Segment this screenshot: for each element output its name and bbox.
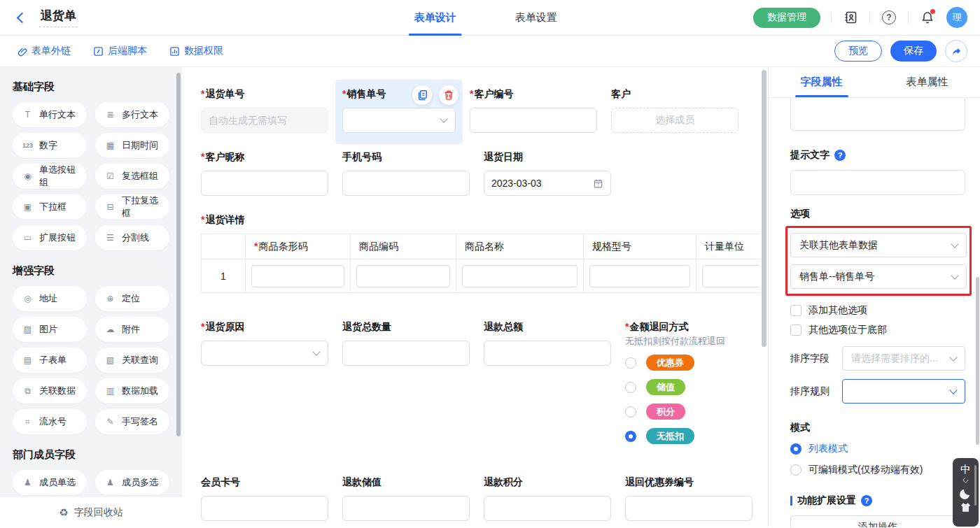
delete-field-button[interactable] bbox=[439, 85, 458, 105]
language-toggle[interactable]: 中 bbox=[960, 464, 971, 474]
back-button[interactable] bbox=[14, 10, 29, 25]
field-type-item[interactable]: ▧关联查询 bbox=[95, 348, 169, 373]
field-type-item[interactable]: ♟成员多选 bbox=[95, 470, 169, 495]
option-source-select[interactable]: 关联其他表单数据 bbox=[790, 233, 967, 257]
field-mobile[interactable]: 手机号码 bbox=[342, 151, 470, 196]
canvas-scrollbar[interactable] bbox=[762, 70, 766, 347]
add-other-option-checkbox-row[interactable]: 添加其他选项 bbox=[790, 304, 965, 317]
notification-bell-icon[interactable] bbox=[919, 9, 936, 26]
radio-icon[interactable] bbox=[625, 357, 636, 369]
return-coupon-no-input[interactable] bbox=[625, 496, 752, 521]
field-total-refund[interactable]: 退款总额 bbox=[484, 321, 611, 366]
field-type-item[interactable]: ▭扩展按钮 bbox=[13, 225, 87, 250]
add-action-button[interactable]: 添加操作 bbox=[790, 515, 965, 527]
field-customer-nickname[interactable]: *客户昵称 bbox=[201, 151, 328, 196]
contacts-book-icon[interactable] bbox=[842, 9, 859, 26]
refund-points-input[interactable] bbox=[484, 496, 611, 521]
backend-script-link[interactable]: 后端脚本 bbox=[93, 45, 147, 57]
field-type-item[interactable]: ▥数据加载 bbox=[95, 378, 169, 404]
field-return-reason[interactable]: *退货原因 bbox=[201, 321, 328, 366]
field-name-input[interactable] bbox=[790, 99, 965, 131]
product-name-cell-input[interactable] bbox=[462, 265, 578, 287]
sidebar-scrollbar[interactable] bbox=[176, 73, 181, 436]
field-customer-no[interactable]: *客户编号 bbox=[470, 88, 597, 133]
panel-scrollbar[interactable] bbox=[976, 277, 979, 445]
field-return-date[interactable]: 退货日期 2023-03-03 7 bbox=[484, 151, 611, 196]
field-type-item[interactable]: ▣下拉框 bbox=[13, 194, 87, 220]
field-type-item[interactable]: ☁附件 bbox=[95, 317, 169, 342]
refund-option-points[interactable]: 积分 bbox=[625, 404, 752, 420]
tab-form-settings[interactable]: 表单设置 bbox=[512, 0, 560, 36]
radio-icon[interactable] bbox=[625, 382, 636, 393]
other-option-bottom-checkbox-row[interactable]: 其他选项位于底部 bbox=[790, 324, 965, 336]
copy-field-button[interactable] bbox=[412, 85, 432, 105]
help-icon[interactable]: ? bbox=[881, 9, 897, 26]
page-title[interactable]: 退货单 bbox=[39, 8, 78, 27]
radio-selected-icon[interactable] bbox=[625, 431, 636, 442]
tab-field-properties[interactable]: 字段属性 bbox=[769, 67, 874, 97]
share-button[interactable] bbox=[945, 40, 967, 62]
hint-text-input[interactable] bbox=[790, 170, 965, 195]
field-return-coupon-no[interactable]: 退回优惠券编号 bbox=[625, 476, 752, 521]
refund-option-coupon[interactable]: 优惠券 bbox=[625, 355, 752, 371]
field-total-quantity[interactable]: 退货总数量 bbox=[342, 321, 470, 366]
tab-form-design[interactable]: 表单设计 bbox=[412, 0, 459, 36]
field-type-item[interactable]: 123数字 bbox=[13, 133, 87, 158]
spec-model-cell-input[interactable] bbox=[589, 265, 690, 287]
member-card-no-input[interactable] bbox=[201, 496, 328, 521]
field-type-item[interactable]: ▦日期时间 bbox=[95, 133, 169, 158]
help-icon[interactable]: ? bbox=[834, 150, 846, 161]
field-refund-stored-value[interactable]: 退款储值 bbox=[342, 476, 470, 521]
field-refund-points[interactable]: 退款积分 bbox=[484, 476, 611, 521]
avatar[interactable]: 理 bbox=[946, 7, 967, 28]
select-member-button[interactable]: 选择成员 bbox=[611, 108, 738, 133]
theme-skin-toggle[interactable] bbox=[960, 502, 972, 513]
preview-button[interactable]: 预览 bbox=[834, 41, 882, 62]
unit-cell-input[interactable] bbox=[702, 265, 760, 287]
radio-icon[interactable] bbox=[790, 464, 802, 476]
checkbox-icon[interactable] bbox=[790, 305, 802, 316]
refund-option-stored-value[interactable]: 储值 bbox=[625, 379, 752, 395]
mobile-input[interactable] bbox=[342, 171, 470, 196]
refund-option-no-deduction[interactable]: 无抵扣 bbox=[625, 428, 752, 444]
field-member-card-no[interactable]: 会员卡号 bbox=[201, 476, 328, 521]
total-quantity-input[interactable] bbox=[342, 341, 470, 366]
data-manage-button[interactable]: 数据管理 bbox=[753, 8, 820, 28]
customer-nickname-input[interactable] bbox=[201, 171, 328, 196]
field-refund-method[interactable]: *金额退回方式 无抵扣则按付款流程退回 优惠券 储值 积分 bbox=[625, 321, 752, 452]
radio-selected-icon[interactable] bbox=[790, 443, 802, 455]
data-permission-link[interactable]: 数据权限 bbox=[169, 45, 223, 57]
field-type-item[interactable]: ⊟下拉复选框 bbox=[95, 194, 169, 220]
customer-no-input[interactable] bbox=[470, 108, 597, 133]
field-type-item[interactable]: ▨图片 bbox=[13, 317, 87, 342]
form-external-link[interactable]: 表单外链 bbox=[17, 45, 71, 57]
field-customer[interactable]: 客户 选择成员 bbox=[611, 88, 738, 133]
field-type-item[interactable]: ▤子表单 bbox=[13, 348, 87, 373]
field-type-item[interactable]: ♟成员单选 bbox=[13, 470, 87, 495]
product-code-cell-input[interactable] bbox=[356, 265, 450, 287]
save-button[interactable]: 保存 bbox=[890, 41, 937, 62]
sort-rule-select[interactable] bbox=[842, 379, 965, 404]
field-type-item[interactable]: ◉单选按钮组 bbox=[13, 164, 87, 189]
sort-field-select[interactable]: 请选择需要排序的... bbox=[842, 346, 965, 371]
help-icon[interactable]: ? bbox=[861, 495, 872, 506]
mode-editable-radio-row[interactable]: 可编辑模式(仅移动端有效) bbox=[790, 464, 965, 476]
tab-form-properties[interactable]: 表单属性 bbox=[874, 67, 980, 97]
field-type-item[interactable]: ⌗流水号 bbox=[13, 409, 87, 434]
refund-stored-value-input[interactable] bbox=[342, 496, 470, 521]
field-type-item[interactable]: ☰分割线 bbox=[95, 225, 169, 250]
field-type-item[interactable]: ☑复选框组 bbox=[95, 164, 169, 189]
return-date-picker[interactable]: 2023-03-03 7 bbox=[484, 171, 611, 196]
field-recycle-station[interactable]: ♻ 字段回收站 bbox=[0, 497, 182, 527]
sales-order-no-select[interactable] bbox=[342, 108, 456, 133]
field-type-item[interactable]: ◎地址 bbox=[13, 286, 87, 311]
return-reason-select[interactable] bbox=[201, 341, 328, 366]
total-refund-input[interactable] bbox=[484, 341, 611, 366]
field-type-item[interactable]: T单行文本 bbox=[13, 102, 87, 127]
field-return-order-no[interactable]: *退货单号 bbox=[201, 88, 328, 133]
field-type-item[interactable]: ⊕定位 bbox=[95, 286, 169, 311]
field-sales-order-no-selected[interactable]: *销售单号 bbox=[335, 80, 463, 144]
return-order-no-input[interactable] bbox=[201, 108, 328, 133]
option-field-select[interactable]: 销售单--销售单号 bbox=[790, 264, 967, 289]
radio-icon[interactable] bbox=[625, 406, 636, 418]
